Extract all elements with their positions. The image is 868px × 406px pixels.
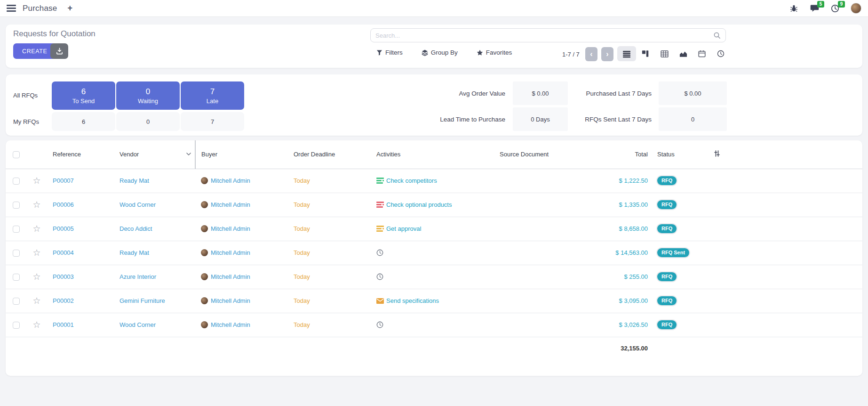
- create-button[interactable]: CREATE: [13, 43, 56, 59]
- table-row[interactable]: ☆ P00004 Ready Mat Mitchell Admin Today …: [6, 241, 862, 265]
- activities-clock-icon[interactable]: 9: [830, 3, 840, 14]
- activity-label[interactable]: Check optional products: [386, 201, 452, 208]
- search-bar[interactable]: [370, 28, 726, 42]
- favorites-button[interactable]: Favorites: [477, 49, 512, 56]
- column-reference[interactable]: Reference: [47, 140, 114, 169]
- reference-link[interactable]: P00001: [53, 321, 74, 328]
- column-order-deadline[interactable]: Order Deadline: [288, 140, 371, 169]
- debug-bug-icon[interactable]: [788, 3, 799, 14]
- row-checkbox[interactable]: [13, 178, 20, 185]
- activity-label[interactable]: Get approval: [386, 225, 421, 232]
- activity-cell[interactable]: [376, 313, 494, 337]
- activity-view-button[interactable]: [711, 46, 730, 61]
- favorite-star-icon[interactable]: ☆: [32, 248, 40, 258]
- my-to-send[interactable]: 6: [52, 112, 115, 131]
- row-checkbox[interactable]: [13, 226, 20, 233]
- optional-columns-button[interactable]: [714, 151, 720, 158]
- buyer-link[interactable]: Mitchell Admin: [211, 177, 250, 184]
- column-vendor[interactable]: Vendor: [114, 140, 195, 169]
- activity-cell[interactable]: Check optional products: [376, 193, 494, 217]
- status-badge[interactable]: RFQ: [657, 224, 677, 233]
- column-buyer[interactable]: Buyer: [195, 140, 288, 169]
- kpi-late[interactable]: 7Late: [181, 81, 244, 110]
- apps-menu-icon[interactable]: [7, 5, 16, 12]
- pager-next-button[interactable]: ›: [601, 47, 613, 61]
- table-row[interactable]: ☆ P00005 Deco Addict Mitchell Admin Toda…: [6, 217, 862, 241]
- column-status[interactable]: Status: [648, 140, 706, 169]
- reference-link[interactable]: P00002: [53, 297, 74, 304]
- favorite-star-icon[interactable]: ☆: [32, 200, 40, 210]
- reference-link[interactable]: P00005: [53, 225, 74, 232]
- row-checkbox[interactable]: [13, 298, 20, 305]
- vendor-link[interactable]: Wood Corner: [119, 201, 156, 208]
- status-badge[interactable]: RFQ: [657, 320, 677, 329]
- activity-cell[interactable]: [376, 265, 494, 289]
- buyer-link[interactable]: Mitchell Admin: [211, 321, 250, 328]
- search-input[interactable]: [375, 32, 713, 39]
- user-avatar[interactable]: [851, 3, 861, 14]
- activity-cell[interactable]: Send specifications: [376, 289, 494, 313]
- row-checkbox[interactable]: [13, 322, 20, 329]
- calendar-view-button[interactable]: [693, 46, 711, 61]
- table-row[interactable]: ☆ P00003 Azure Interior Mitchell Admin T…: [6, 265, 862, 289]
- activity-label[interactable]: Check competitors: [386, 177, 437, 184]
- reference-link[interactable]: P00004: [53, 249, 74, 256]
- pager-previous-button[interactable]: ‹: [585, 47, 597, 61]
- vendor-link[interactable]: Ready Mat: [119, 249, 149, 256]
- vendor-link[interactable]: Ready Mat: [119, 177, 149, 184]
- buyer-link[interactable]: Mitchell Admin: [211, 249, 250, 256]
- kpi-waiting[interactable]: 0Waiting: [116, 81, 180, 110]
- status-badge[interactable]: RFQ: [657, 176, 677, 185]
- row-checkbox[interactable]: [13, 274, 20, 281]
- column-total[interactable]: Total: [600, 140, 648, 169]
- buyer-link[interactable]: Mitchell Admin: [211, 273, 250, 280]
- kanban-view-button[interactable]: [636, 46, 655, 61]
- activity-cell[interactable]: [376, 241, 494, 265]
- status-badge[interactable]: RFQ: [657, 272, 677, 281]
- activity-label[interactable]: Send specifications: [386, 297, 439, 304]
- vendor-link[interactable]: Azure Interior: [119, 273, 156, 280]
- activity-cell[interactable]: Check competitors: [376, 169, 494, 193]
- reference-link[interactable]: P00006: [53, 201, 74, 208]
- select-all-checkbox[interactable]: [13, 151, 20, 158]
- activity-cell[interactable]: Get approval: [376, 217, 494, 241]
- tasks-icon: [376, 202, 384, 208]
- favorite-star-icon[interactable]: ☆: [32, 320, 40, 330]
- table-row[interactable]: ☆ P00006 Wood Corner Mitchell Admin Toda…: [6, 193, 862, 217]
- status-badge[interactable]: RFQ: [657, 200, 677, 209]
- favorite-star-icon[interactable]: ☆: [32, 296, 40, 306]
- vendor-link[interactable]: Gemini Furniture: [119, 297, 165, 304]
- buyer-link[interactable]: Mitchell Admin: [211, 297, 250, 304]
- table-row[interactable]: ☆ P00007 Ready Mat Mitchell Admin Today …: [6, 169, 862, 193]
- kpi-to-send[interactable]: 6To Send: [52, 81, 115, 110]
- buyer-link[interactable]: Mitchell Admin: [211, 225, 250, 232]
- plus-icon[interactable]: +: [67, 3, 72, 13]
- favorite-star-icon[interactable]: ☆: [32, 272, 40, 282]
- table-row[interactable]: ☆ P00002 Gemini Furniture Mitchell Admin…: [6, 289, 862, 313]
- my-waiting[interactable]: 0: [116, 112, 180, 131]
- row-checkbox[interactable]: [13, 202, 20, 209]
- favorite-star-icon[interactable]: ☆: [32, 224, 40, 234]
- pivot-view-button[interactable]: [655, 46, 674, 61]
- column-activities[interactable]: Activities: [371, 140, 494, 169]
- table-row[interactable]: ☆ P00001 Wood Corner Mitchell Admin Toda…: [6, 313, 862, 337]
- graph-view-button[interactable]: [674, 46, 693, 61]
- footer-total: 32,155.00: [600, 337, 648, 359]
- filters-button[interactable]: Filters: [376, 49, 403, 56]
- buyer-link[interactable]: Mitchell Admin: [211, 201, 250, 208]
- messages-icon[interactable]: 5: [809, 3, 820, 14]
- column-source-document[interactable]: Source Document: [494, 140, 600, 169]
- reference-link[interactable]: P00007: [53, 177, 74, 184]
- my-late[interactable]: 7: [181, 112, 244, 131]
- favorite-star-icon[interactable]: ☆: [32, 176, 40, 186]
- vendor-link[interactable]: Deco Addict: [119, 225, 152, 232]
- status-badge[interactable]: RFQ Sent: [657, 248, 689, 257]
- group-by-button[interactable]: Group By: [422, 49, 458, 56]
- status-badge[interactable]: RFQ: [657, 296, 677, 305]
- vendor-link[interactable]: Wood Corner: [119, 321, 156, 328]
- list-view-button[interactable]: [617, 46, 636, 61]
- app-title[interactable]: Purchase: [23, 4, 57, 13]
- reference-link[interactable]: P00003: [53, 273, 74, 280]
- export-button[interactable]: [50, 43, 68, 59]
- row-checkbox[interactable]: [13, 250, 20, 257]
